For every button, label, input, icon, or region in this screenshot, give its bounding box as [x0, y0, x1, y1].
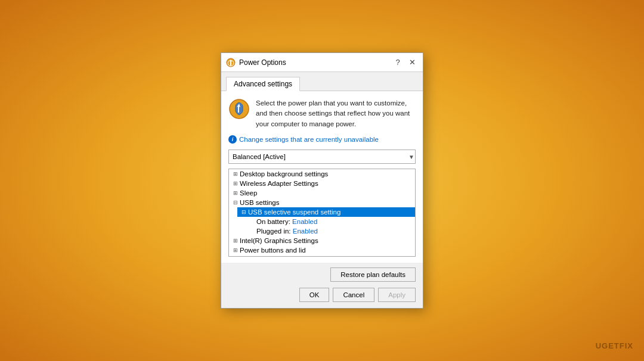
info-row: Select the power plan that you want to c…	[228, 98, 416, 129]
info-icon	[228, 135, 237, 144]
expand-icon: ⊞	[231, 236, 240, 245]
cancel-button[interactable]: Cancel	[333, 288, 374, 302]
tree-item-sleep[interactable]: ⊞ Sleep	[229, 188, 415, 198]
content-area: Select the power plan that you want to c…	[221, 91, 423, 263]
expand-icon	[248, 227, 256, 235]
expand-icon: ⊞	[231, 170, 240, 178]
close-button[interactable]: ✕	[406, 57, 418, 69]
plan-dropdown-container: Balanced [Active] High performance Power…	[228, 150, 416, 164]
restore-btn-row: Restore plan defaults	[228, 267, 416, 282]
expand-icon: ⊞	[231, 256, 240, 257]
ok-button[interactable]: OK	[299, 288, 330, 302]
tree-item-usb-suspend[interactable]: ⊟ USB selective suspend setting	[237, 207, 415, 217]
power-shield-icon	[228, 98, 250, 120]
help-button[interactable]: ?	[392, 57, 404, 69]
tree-item-plugged-in[interactable]: Plugged in: Enabled	[246, 226, 415, 236]
tree-item-on-battery[interactable]: On battery: Enabled	[246, 217, 415, 226]
bottom-section: Restore plan defaults OK Cancel Apply	[221, 263, 423, 308]
expand-icon: ⊟	[231, 198, 240, 207]
watermark: UGETFIX	[596, 341, 633, 350]
tab-area: Advanced settings	[221, 72, 423, 91]
expand-icon: ⊟	[240, 208, 248, 216]
tab-advanced-settings[interactable]: Advanced settings	[226, 77, 300, 91]
selected-row-container: ⊟ USB selective suspend setting ★	[229, 207, 415, 217]
change-settings-link[interactable]: Change settings that are currently unava…	[228, 135, 416, 144]
restore-plan-defaults-button[interactable]: Restore plan defaults	[330, 267, 416, 282]
power-options-dialog: Power Options ? ✕ Advanced settings Sele…	[221, 52, 423, 309]
power-options-icon	[226, 58, 236, 67]
plan-dropdown-row: Balanced [Active] High performance Power…	[228, 150, 416, 164]
action-buttons: OK Cancel Apply	[228, 288, 416, 302]
tree-item-pci-express[interactable]: ⊞ PCI Express	[229, 255, 415, 257]
tree-item-wireless[interactable]: ⊞ Wireless Adapter Settings	[229, 179, 415, 188]
tree-item-intel-graphics[interactable]: ⊞ Intel(R) Graphics Settings	[229, 236, 415, 245]
tree-item-desktop-bg[interactable]: ⊞ Desktop background settings	[229, 169, 415, 179]
tree-item-usb-settings[interactable]: ⊟ USB settings	[229, 198, 415, 207]
title-bar: Power Options ? ✕	[221, 53, 423, 72]
apply-button[interactable]: Apply	[378, 288, 416, 302]
info-text: Select the power plan that you want to c…	[256, 98, 416, 129]
dialog-title: Power Options	[239, 58, 388, 67]
tree-item-power-buttons[interactable]: ⊞ Power buttons and lid	[229, 245, 415, 255]
expand-icon: ⊞	[231, 246, 240, 254]
title-bar-controls: ? ✕	[392, 57, 418, 69]
expand-icon	[248, 217, 256, 226]
settings-tree[interactable]: ⊞ Desktop background settings ⊞ Wireless…	[228, 169, 416, 257]
expand-icon: ⊞	[231, 179, 240, 188]
plan-dropdown[interactable]: Balanced [Active] High performance Power…	[228, 150, 416, 164]
expand-icon: ⊞	[231, 189, 240, 197]
